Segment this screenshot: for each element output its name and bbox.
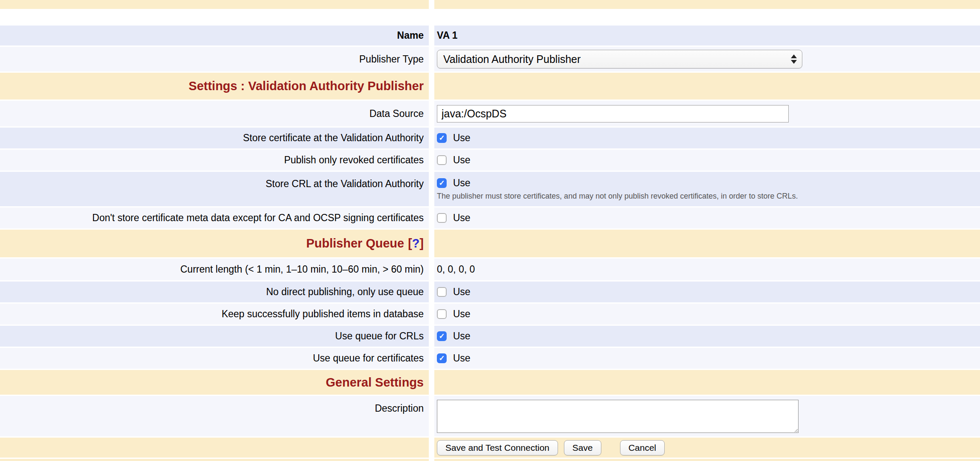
row-general-settings-header: General Settings xyxy=(0,370,980,395)
description-label: Description xyxy=(375,403,424,414)
queue-certs-label-cell: Use queue for certificates xyxy=(0,348,429,369)
column-gap xyxy=(429,47,434,71)
stepper-down-arrow-icon xyxy=(791,60,797,64)
publisher-queue-header-cell: Publisher Queue[?] xyxy=(0,230,429,257)
meta-data-label: Don't store certificate meta data except… xyxy=(92,212,424,224)
row-publish-revoked: Publish only revoked certificates Use xyxy=(0,150,980,171)
save-button[interactable]: Save xyxy=(564,440,601,455)
current-length-value: 0, 0, 0, 0 xyxy=(437,264,475,275)
column-gap xyxy=(429,208,434,228)
store-crl-use-label: Use xyxy=(453,177,470,189)
row-settings-header: Settings : Validation Authority Publishe… xyxy=(0,73,980,100)
column-gap xyxy=(429,259,434,280)
description-value-cell xyxy=(434,396,980,436)
column-gap xyxy=(429,438,434,458)
meta-data-checkbox[interactable] xyxy=(437,213,447,223)
queue-crls-checkbox[interactable] xyxy=(437,331,447,341)
settings-header-filler xyxy=(434,73,980,100)
column-gap xyxy=(429,396,434,436)
general-settings-header-filler xyxy=(434,370,980,395)
column-gap xyxy=(429,0,434,9)
row-store-crl: Store CRL at the Validation Authority Us… xyxy=(0,172,980,206)
meta-data-use-label: Use xyxy=(453,212,470,224)
publisher-queue-title-text: Publisher Queue xyxy=(306,236,404,250)
select-stepper-icon xyxy=(791,54,797,64)
general-settings-section-title: General Settings xyxy=(326,376,424,390)
queue-certs-checkbox[interactable] xyxy=(437,353,447,363)
cancel-button[interactable]: Cancel xyxy=(620,440,665,455)
column-gap xyxy=(429,26,434,46)
store-certificate-value-cell: Use xyxy=(434,128,980,148)
publisher-type-select[interactable]: Validation Authority Publisher xyxy=(437,50,802,68)
settings-header-cell: Settings : Validation Authority Publishe… xyxy=(0,73,429,100)
section-strip-bottom xyxy=(0,459,980,461)
row-queue-crls: Use queue for CRLs Use xyxy=(0,326,980,347)
keep-published-label: Keep successfully published items in dat… xyxy=(221,308,424,320)
column-gap xyxy=(429,230,434,257)
help-bracket-open: [ xyxy=(408,236,412,250)
publish-revoked-label-cell: Publish only revoked certificates xyxy=(0,150,429,171)
row-publisher-queue-header: Publisher Queue[?] xyxy=(0,230,980,257)
publisher-queue-help-link[interactable]: ? xyxy=(412,236,420,250)
name-label-cell: Name xyxy=(0,26,429,46)
queue-crls-value-cell: Use xyxy=(434,326,980,347)
queue-certs-label: Use queue for certificates xyxy=(313,353,424,364)
meta-data-value-cell: Use xyxy=(434,208,980,228)
name-value-cell: VA 1 xyxy=(434,26,980,46)
description-label-cell: Description xyxy=(0,396,429,436)
column-gap xyxy=(429,73,434,100)
column-gap xyxy=(429,101,434,126)
no-direct-label: No direct publishing, only use queue xyxy=(266,286,424,298)
row-publisher-type: Publisher Type Validation Authority Publ… xyxy=(0,47,980,71)
no-direct-value-cell: Use xyxy=(434,282,980,302)
strip-left xyxy=(0,0,429,9)
publish-revoked-value-cell: Use xyxy=(434,150,980,171)
save-and-test-button[interactable]: Save and Test Connection xyxy=(437,440,558,455)
queue-crls-use-label: Use xyxy=(453,330,470,342)
publish-revoked-use-label: Use xyxy=(453,154,470,166)
row-name: Name VA 1 xyxy=(0,26,980,46)
keep-published-value-cell: Use xyxy=(434,304,980,324)
strip-right xyxy=(434,0,980,9)
store-crl-label: Store CRL at the Validation Authority xyxy=(266,178,424,190)
store-certificate-label-cell: Store certificate at the Validation Auth… xyxy=(0,128,429,148)
row-current-length: Current length (< 1 min, 1–10 min, 10–60… xyxy=(0,259,980,280)
publisher-queue-header-filler xyxy=(434,230,980,257)
keep-published-label-cell: Keep successfully published items in dat… xyxy=(0,304,429,324)
store-crl-value-cell: Use The publisher must store certificate… xyxy=(434,172,980,206)
no-direct-label-cell: No direct publishing, only use queue xyxy=(0,282,429,302)
column-gap xyxy=(429,459,434,461)
row-keep-published: Keep successfully published items in dat… xyxy=(0,304,980,324)
strip-right xyxy=(434,459,980,461)
no-direct-checkbox[interactable] xyxy=(437,287,447,297)
data-source-label: Data Source xyxy=(369,108,424,120)
store-crl-checkbox[interactable] xyxy=(437,178,447,188)
row-description: Description xyxy=(0,396,980,436)
column-gap xyxy=(429,172,434,206)
queue-crls-label-cell: Use queue for CRLs xyxy=(0,326,429,347)
publish-revoked-label: Publish only revoked certificates xyxy=(284,154,424,166)
actions-value-cell: Save and Test Connection Save Cancel xyxy=(434,438,980,458)
description-textarea[interactable] xyxy=(437,400,799,433)
data-source-input[interactable] xyxy=(437,105,789,122)
stepper-up-arrow-icon xyxy=(791,54,797,58)
row-store-certificate: Store certificate at the Validation Auth… xyxy=(0,128,980,148)
settings-section-title: Settings : Validation Authority Publishe… xyxy=(189,79,424,93)
column-gap xyxy=(429,282,434,302)
store-crl-note: The publisher must store certificates, a… xyxy=(437,192,798,201)
publisher-type-label: Publisher Type xyxy=(359,54,424,65)
meta-data-label-cell: Don't store certificate meta data except… xyxy=(0,208,429,228)
current-length-label: Current length (< 1 min, 1–10 min, 10–60… xyxy=(180,264,424,275)
store-certificate-checkbox[interactable] xyxy=(437,133,447,143)
row-data-source: Data Source xyxy=(0,101,980,126)
row-queue-certs: Use queue for certificates Use xyxy=(0,348,980,369)
publish-revoked-checkbox[interactable] xyxy=(437,155,447,165)
general-settings-header-cell: General Settings xyxy=(0,370,429,395)
keep-published-checkbox[interactable] xyxy=(437,309,447,319)
column-gap xyxy=(429,128,434,148)
no-direct-use-label: Use xyxy=(453,286,470,298)
queue-crls-label: Use queue for CRLs xyxy=(335,330,424,342)
publisher-type-selected-value: Validation Authority Publisher xyxy=(443,53,581,65)
row-meta-data: Don't store certificate meta data except… xyxy=(0,208,980,228)
help-bracket-close: ] xyxy=(419,236,424,250)
